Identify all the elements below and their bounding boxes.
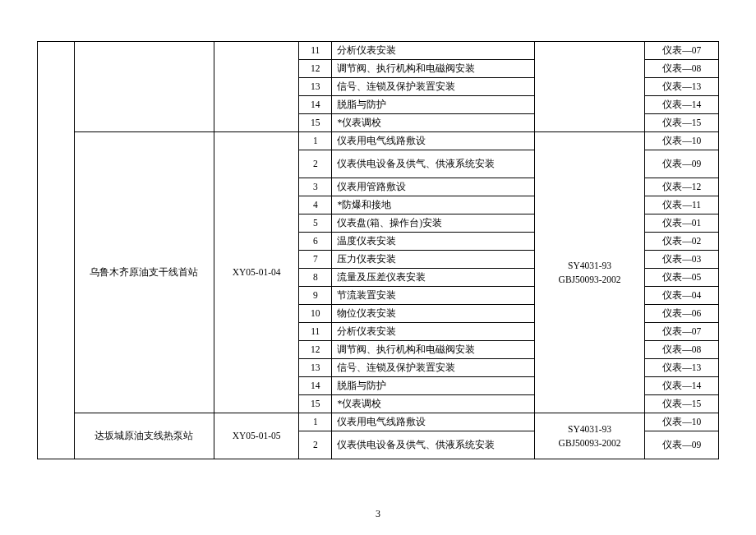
row-description: 调节阀、执行机构和电磁阀安装 [332, 341, 534, 359]
row-number: 1 [299, 413, 332, 431]
station-code [214, 42, 299, 132]
row-description: *仪表调校 [332, 114, 534, 132]
row-description: 分析仪表安装 [332, 323, 534, 341]
standard-ref: SY4031-93 GBJ50093-2002 [534, 132, 644, 413]
table-row: 11分析仪表安装仪表—07 [38, 42, 719, 60]
instrument-ref: 仪表—04 [645, 287, 719, 305]
row-number: 13 [299, 359, 332, 377]
instrument-ref: 仪表—07 [645, 323, 719, 341]
instrument-ref: 仪表—05 [645, 269, 719, 287]
row-number: 1 [299, 132, 332, 150]
document-page: 11分析仪表安装仪表—0712调节阀、执行机构和电磁阀安装仪表—0813信号、连… [0, 0, 756, 484]
instrument-ref: 仪表—06 [645, 305, 719, 323]
instrument-ref: 仪表—12 [645, 178, 719, 196]
page-number: 3 [0, 508, 756, 520]
row-description: 信号、连锁及保护装置安装 [332, 78, 534, 96]
instrument-ref: 仪表—09 [645, 150, 719, 178]
instrument-ref: 仪表—09 [645, 431, 719, 459]
row-description: 节流装置安装 [332, 287, 534, 305]
standard-ref [534, 42, 644, 132]
instrument-ref: 仪表—14 [645, 96, 719, 114]
standard-ref: SY4031-93 GBJ50093-2002 [534, 413, 644, 459]
instrument-ref: 仪表—08 [645, 341, 719, 359]
instrument-ref: 仪表—08 [645, 60, 719, 78]
row-description: 调节阀、执行机构和电磁阀安装 [332, 60, 534, 78]
station-name: 达坂城原油支线热泵站 [74, 413, 214, 459]
row-number: 7 [299, 251, 332, 269]
station-name: 乌鲁木齐原油支干线首站 [74, 132, 214, 413]
row-description: 信号、连锁及保护装置安装 [332, 359, 534, 377]
row-description: 仪表供电设备及供气、供液系统安装 [332, 150, 534, 178]
row-number: 13 [299, 78, 332, 96]
row-number: 15 [299, 114, 332, 132]
instrument-ref: 仪表—02 [645, 233, 719, 251]
station-code: XY05-01-05 [214, 413, 299, 459]
row-description: *仪表调校 [332, 395, 534, 413]
row-number: 5 [299, 214, 332, 233]
table-row: 达坂城原油支线热泵站XY05-01-051仪表用电气线路敷设SY4031-93 … [38, 413, 719, 431]
row-description: 脱脂与防护 [332, 96, 534, 114]
instrument-ref: 仪表—01 [645, 214, 719, 233]
row-number: 6 [299, 233, 332, 251]
row-number: 12 [299, 60, 332, 78]
row-number: 11 [299, 323, 332, 341]
station-code: XY05-01-04 [214, 132, 299, 413]
instrument-ref: 仪表—10 [645, 413, 719, 431]
row-description: 仪表用管路敷设 [332, 178, 534, 196]
instrument-ref: 仪表—15 [645, 395, 719, 413]
row-number: 14 [299, 377, 332, 395]
row-description: 脱脂与防护 [332, 377, 534, 395]
row-description: 分析仪表安装 [332, 42, 534, 60]
row-description: *防爆和接地 [332, 196, 534, 214]
row-number: 14 [299, 96, 332, 114]
row-number: 4 [299, 196, 332, 214]
instrument-ref: 仪表—15 [645, 114, 719, 132]
row-number: 3 [299, 178, 332, 196]
row-number: 12 [299, 341, 332, 359]
instrument-ref: 仪表—11 [645, 196, 719, 214]
row-number: 11 [299, 42, 332, 60]
instrument-ref: 仪表—03 [645, 251, 719, 269]
row-description: 仪表盘(箱、操作台)安装 [332, 214, 534, 233]
row-number: 8 [299, 269, 332, 287]
row-description: 流量及压差仪表安装 [332, 269, 534, 287]
spec-table: 11分析仪表安装仪表—0712调节阀、执行机构和电磁阀安装仪表—0813信号、连… [37, 41, 719, 459]
blank-col [38, 42, 75, 459]
instrument-ref: 仪表—07 [645, 42, 719, 60]
row-description: 仪表用电气线路敷设 [332, 132, 534, 150]
row-number: 9 [299, 287, 332, 305]
instrument-ref: 仪表—14 [645, 377, 719, 395]
row-description: 温度仪表安装 [332, 233, 534, 251]
instrument-ref: 仪表—13 [645, 359, 719, 377]
row-description: 仪表用电气线路敷设 [332, 413, 534, 431]
row-number: 15 [299, 395, 332, 413]
row-number: 2 [299, 431, 332, 459]
instrument-ref: 仪表—10 [645, 132, 719, 150]
row-number: 2 [299, 150, 332, 178]
row-number: 10 [299, 305, 332, 323]
row-description: 仪表供电设备及供气、供液系统安装 [332, 431, 534, 459]
row-description: 物位仪表安装 [332, 305, 534, 323]
row-description: 压力仪表安装 [332, 251, 534, 269]
station-name [74, 42, 214, 132]
table-row: 乌鲁木齐原油支干线首站XY05-01-041仪表用电气线路敷设SY4031-93… [38, 132, 719, 150]
instrument-ref: 仪表—13 [645, 78, 719, 96]
